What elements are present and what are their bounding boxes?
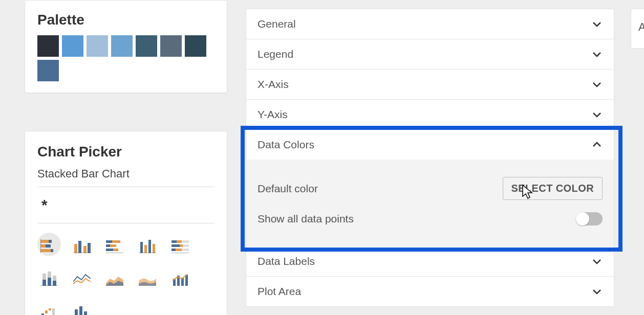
chevron-down-icon (591, 79, 603, 90)
chart-thumb-clustered-bar-v[interactable] (70, 233, 94, 256)
svg-rect-44 (185, 275, 188, 286)
svg-rect-35 (42, 280, 46, 286)
chevron-down-icon (591, 109, 603, 120)
svg-rect-50 (75, 309, 78, 315)
chart-thumb-stacked-bar-v[interactable] (37, 265, 61, 289)
svg-rect-4 (40, 249, 51, 252)
svg-rect-0 (40, 240, 49, 243)
settings-accordion: General Legend X-Axis Y-Axis Data Co (246, 9, 614, 307)
svg-rect-15 (110, 244, 116, 247)
chart-thumb-bar-v[interactable] (136, 233, 159, 256)
acc-plot-area[interactable]: Plot Area (246, 277, 614, 306)
svg-rect-22 (153, 244, 155, 253)
swatch-1[interactable] (62, 35, 83, 57)
svg-rect-48 (52, 308, 55, 315)
svg-rect-10 (88, 243, 91, 253)
right-panel-letter: A (638, 20, 644, 33)
select-color-button[interactable]: SELECT COLOR (503, 177, 603, 200)
acc-data-labels-label: Data Labels (257, 255, 315, 267)
swatch-0[interactable] (37, 35, 59, 57)
svg-rect-29 (180, 244, 183, 247)
acc-data-colors-body: Default color SELECT COLOR Show all data… (246, 160, 614, 246)
svg-rect-26 (177, 240, 182, 243)
palette-swatches (37, 35, 214, 81)
chart-preset-star[interactable]: * (37, 196, 214, 217)
acc-y-axis[interactable]: Y-Axis (246, 100, 614, 129)
chart-thumb-bar-v-alt[interactable] (70, 298, 94, 315)
chart-picker-panel: Chart Picker Stacked Bar Chart * (25, 131, 227, 315)
svg-rect-8 (78, 241, 81, 253)
acc-y-axis-label: Y-Axis (257, 108, 288, 121)
palette-title: Palette (37, 12, 214, 28)
chart-thumb-waterfall[interactable] (37, 298, 61, 315)
swatch-5[interactable] (160, 35, 182, 57)
chevron-down-icon (591, 256, 603, 267)
swatch-2[interactable] (87, 35, 108, 57)
palette-panel: Palette (25, 0, 227, 93)
chart-thumb-stacked-bar-h-2[interactable] (103, 233, 126, 256)
svg-rect-39 (53, 281, 56, 286)
svg-rect-25 (171, 240, 177, 243)
divider (37, 223, 214, 223)
default-color-label: Default color (257, 183, 318, 195)
svg-rect-2 (40, 244, 46, 248)
svg-rect-12 (106, 240, 112, 243)
chart-picker-title: Chart Picker (37, 144, 214, 160)
acc-general[interactable]: General (246, 9, 614, 39)
chevron-down-icon (591, 18, 603, 30)
chart-picker-subtitle: Stacked Bar Chart (37, 167, 214, 181)
svg-rect-14 (106, 244, 110, 247)
chart-thumb-area[interactable] (103, 265, 126, 289)
swatch-7[interactable] (37, 60, 59, 81)
acc-x-axis-label: X-Axis (257, 78, 289, 91)
right-panel-sliver: A (631, 9, 644, 49)
svg-rect-32 (176, 249, 182, 251)
chart-thumb-100-stacked-h[interactable] (168, 233, 192, 256)
chart-thumbs (37, 233, 214, 315)
svg-rect-17 (113, 249, 118, 251)
acc-general-label: General (257, 18, 296, 30)
acc-data-labels[interactable]: Data Labels (246, 246, 614, 276)
svg-rect-20 (144, 245, 147, 253)
chevron-down-icon (591, 286, 603, 297)
svg-rect-28 (171, 244, 180, 247)
chart-thumb-stacked-bar-h[interactable] (37, 233, 61, 256)
svg-rect-47 (49, 308, 51, 310)
chevron-down-icon (591, 49, 603, 60)
svg-rect-13 (112, 240, 120, 243)
toggle-knob (576, 212, 589, 226)
acc-data-colors[interactable]: Data Colors (246, 130, 614, 160)
show-all-data-points-toggle[interactable] (576, 212, 603, 226)
show-all-data-points-label: Show all data points (257, 213, 354, 225)
swatch-6[interactable] (185, 35, 206, 57)
acc-plot-area-label: Plot Area (257, 285, 301, 298)
acc-x-axis[interactable]: X-Axis (246, 70, 614, 99)
swatch-4[interactable] (136, 35, 157, 57)
swatch-3[interactable] (111, 35, 133, 57)
svg-rect-19 (140, 242, 143, 253)
svg-rect-31 (171, 249, 176, 251)
acc-data-colors-label: Data Colors (257, 139, 314, 151)
acc-legend-label: Legend (257, 48, 293, 60)
svg-rect-46 (45, 310, 48, 313)
chart-thumb-line[interactable] (70, 265, 94, 289)
svg-rect-37 (48, 278, 51, 286)
svg-rect-16 (106, 249, 113, 251)
svg-rect-9 (83, 246, 87, 253)
acc-legend[interactable]: Legend (246, 39, 614, 69)
chart-thumb-area-stacked[interactable] (136, 265, 159, 289)
svg-rect-7 (74, 244, 77, 253)
divider (37, 187, 214, 187)
svg-rect-1 (49, 240, 52, 243)
svg-rect-52 (84, 311, 87, 315)
svg-rect-3 (46, 244, 51, 248)
chevron-up-icon (591, 139, 603, 150)
svg-rect-21 (148, 240, 151, 253)
svg-rect-51 (79, 306, 82, 315)
chart-thumb-combo[interactable] (168, 265, 192, 289)
svg-rect-5 (51, 249, 53, 252)
